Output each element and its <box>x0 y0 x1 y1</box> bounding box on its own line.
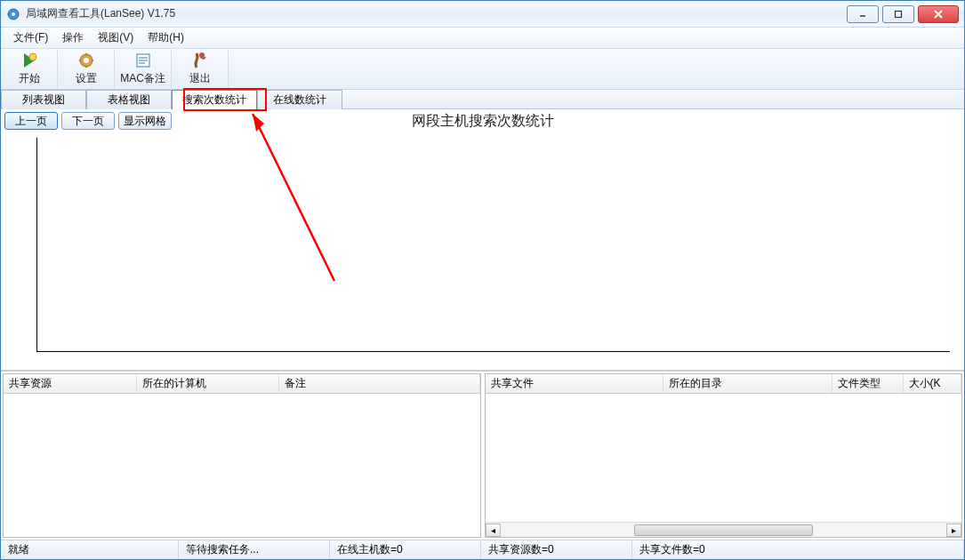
menubar: 文件(F) 操作 视图(V) 帮助(H) <box>1 28 964 49</box>
statusbar: 就绪 等待搜索任务... 在线主机数=0 共享资源数=0 共享文件数=0 <box>1 540 964 559</box>
titlebar: 局域网查看工具(LanSee) V1.75 <box>1 1 964 28</box>
app-icon <box>6 7 20 21</box>
svg-point-8 <box>84 58 89 63</box>
minimize-button[interactable] <box>847 5 879 23</box>
next-page-button[interactable]: 下一页 <box>61 112 115 130</box>
toolbar-settings-label: 设置 <box>76 71 97 86</box>
scroll-thumb[interactable] <box>634 524 813 536</box>
toolbar: 开始 设置 MAC备注 退出 <box>1 49 964 90</box>
col-shared-file[interactable]: 共享文件 <box>486 374 663 393</box>
status-shared-files: 共享文件数=0 <box>632 540 964 559</box>
menu-operate[interactable]: 操作 <box>55 28 91 47</box>
shared-file-panel: 共享文件 所在的目录 文件类型 大小(K ◂ ▸ <box>485 373 963 538</box>
right-scrollbar: ◂ ▸ <box>486 522 962 537</box>
close-button[interactable] <box>918 5 959 23</box>
right-list-header: 共享文件 所在的目录 文件类型 大小(K <box>486 374 962 394</box>
shared-resource-panel: 共享资源 所在的计算机 备注 <box>3 373 481 538</box>
left-list-header: 共享资源 所在的计算机 备注 <box>4 374 480 394</box>
scroll-track[interactable] <box>501 524 947 537</box>
col-shared-resource[interactable]: 共享资源 <box>4 374 137 393</box>
col-size[interactable]: 大小(K <box>904 374 962 393</box>
toolbar-exit-label: 退出 <box>189 71 211 86</box>
note-icon <box>134 52 152 69</box>
tab-table-view[interactable]: 表格视图 <box>86 90 172 109</box>
view-tabs: 列表视图 表格视图 搜索次数统计 在线数统计 <box>1 90 964 109</box>
toolbar-exit-button[interactable]: 退出 <box>172 50 229 89</box>
svg-point-6 <box>29 53 36 60</box>
prev-page-button[interactable]: 上一页 <box>4 112 58 130</box>
chart-area <box>1 132 964 371</box>
toolbar-start-button[interactable]: 开始 <box>1 50 58 89</box>
tab-search-stats[interactable]: 搜索次数统计 <box>172 90 257 109</box>
window-title: 局域网查看工具(LanSee) V1.75 <box>26 6 847 21</box>
chart-nav-row: 上一页 下一页 显示网格 网段主机搜索次数统计 <box>1 109 964 132</box>
play-icon <box>20 52 38 69</box>
svg-rect-3 <box>896 11 902 17</box>
gear-icon <box>77 52 95 69</box>
tab-list-view[interactable]: 列表视图 <box>1 90 86 109</box>
maximize-button[interactable] <box>882 5 914 23</box>
status-ready: 就绪 <box>1 540 179 559</box>
toolbar-macnote-button[interactable]: MAC备注 <box>115 50 172 89</box>
status-online-hosts: 在线主机数=0 <box>330 540 481 559</box>
app-window: 局域网查看工具(LanSee) V1.75 文件(F) 操作 视图(V) 帮助(… <box>0 0 965 560</box>
show-grid-button[interactable]: 显示网格 <box>118 112 172 130</box>
col-host-computer[interactable]: 所在的计算机 <box>137 374 279 393</box>
menu-help[interactable]: 帮助(H) <box>141 28 191 47</box>
scroll-right-button[interactable]: ▸ <box>946 524 961 537</box>
menu-view[interactable]: 视图(V) <box>91 28 141 47</box>
chart-axes <box>36 138 950 352</box>
window-buttons <box>847 5 959 23</box>
scroll-left-button[interactable]: ◂ <box>486 524 501 537</box>
toolbar-start-label: 开始 <box>19 71 40 86</box>
chart-title: 网段主机搜索次数统计 <box>412 112 554 131</box>
status-shared-resources: 共享资源数=0 <box>481 540 632 559</box>
col-directory[interactable]: 所在的目录 <box>663 374 832 393</box>
tab-online-stats[interactable]: 在线数统计 <box>257 90 342 109</box>
exit-icon <box>191 52 209 69</box>
left-list-body[interactable] <box>4 394 480 537</box>
toolbar-macnote-label: MAC备注 <box>120 71 165 86</box>
right-list-body[interactable] <box>486 394 962 522</box>
menu-file[interactable]: 文件(F) <box>6 28 55 47</box>
lower-panels: 共享资源 所在的计算机 备注 共享文件 所在的目录 文件类型 大小(K ◂ ▸ <box>1 371 964 540</box>
svg-point-1 <box>12 12 15 16</box>
status-waiting: 等待搜索任务... <box>179 540 330 559</box>
col-file-type[interactable]: 文件类型 <box>832 374 904 393</box>
toolbar-settings-button[interactable]: 设置 <box>58 50 115 89</box>
col-remark[interactable]: 备注 <box>279 374 480 393</box>
